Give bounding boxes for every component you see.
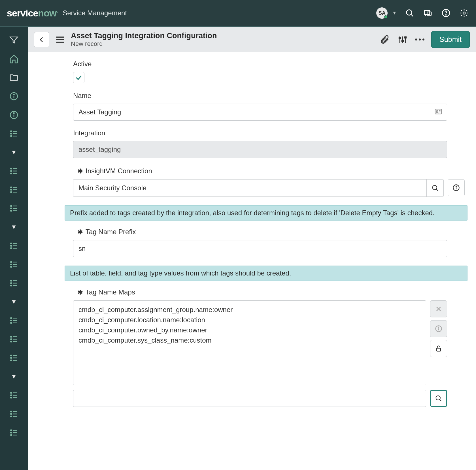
- svg-point-73: [10, 392, 11, 393]
- rail-list10-icon[interactable]: [7, 351, 21, 365]
- rail-home-icon[interactable]: [7, 52, 21, 66]
- svg-point-6: [463, 12, 465, 14]
- rail-list3-icon[interactable]: [7, 182, 21, 197]
- personalize-icon[interactable]: [397, 34, 408, 45]
- form-header: Asset Tagging Integration Configuration …: [28, 27, 476, 52]
- rail-list13-icon[interactable]: [7, 425, 21, 440]
- integration-label: Integration: [73, 129, 447, 137]
- maps-textarea[interactable]: [73, 300, 426, 385]
- svg-point-41: [10, 248, 11, 249]
- svg-point-113: [438, 327, 439, 328]
- back-button[interactable]: [34, 32, 49, 47]
- svg-point-17: [10, 136, 11, 136]
- required-star-icon: [78, 166, 83, 175]
- help-icon[interactable]: [441, 8, 451, 18]
- svg-point-19: [10, 168, 11, 169]
- svg-point-71: [10, 360, 11, 361]
- svg-rect-114: [437, 348, 441, 351]
- maps-info-button[interactable]: [430, 320, 447, 337]
- rail-list5-icon[interactable]: [7, 238, 21, 253]
- attachments-icon[interactable]: [379, 34, 390, 45]
- svg-point-57: [10, 320, 11, 321]
- top-nav: servicenow. Service Management SA ▼: [0, 0, 476, 27]
- content-area: Asset Tagging Integration Configuration …: [28, 27, 476, 470]
- name-label: Name: [73, 92, 447, 100]
- svg-rect-98: [402, 40, 403, 41]
- context-menu-icon[interactable]: [54, 34, 66, 45]
- rail-list7-icon[interactable]: [7, 276, 21, 290]
- rail-caret2-icon[interactable]: ▼: [7, 220, 21, 234]
- rail-filter-icon[interactable]: [7, 33, 21, 48]
- svg-point-43: [10, 262, 11, 262]
- svg-point-31: [10, 206, 11, 206]
- svg-point-59: [10, 322, 11, 323]
- maps-info-strip: List of table, field, and tag type value…: [65, 266, 468, 281]
- svg-point-51: [10, 283, 11, 283]
- svg-point-15: [10, 133, 11, 134]
- svg-point-65: [10, 341, 11, 342]
- chat-icon[interactable]: [423, 8, 433, 18]
- rail-caret3-icon[interactable]: ▼: [7, 294, 21, 309]
- rail-caret4-icon[interactable]: ▼: [7, 369, 21, 384]
- svg-point-85: [10, 430, 11, 431]
- user-menu-caret[interactable]: ▼: [392, 10, 397, 16]
- rail-list11-icon[interactable]: [7, 388, 21, 403]
- svg-point-21: [10, 170, 11, 171]
- svg-point-81: [10, 413, 11, 414]
- rail-list2-icon[interactable]: [7, 164, 21, 178]
- more-actions-icon[interactable]: [415, 39, 424, 40]
- svg-point-29: [10, 192, 11, 193]
- search-icon[interactable]: [405, 8, 415, 18]
- maps-lock-button[interactable]: [430, 340, 447, 357]
- user-avatar[interactable]: SA: [376, 7, 388, 19]
- brand-logo: servicenow.: [7, 8, 58, 19]
- rail-list12-icon[interactable]: [7, 407, 21, 421]
- svg-point-55: [10, 318, 11, 319]
- maps-search-input[interactable]: [73, 390, 426, 407]
- rail-info2-icon[interactable]: [7, 108, 21, 122]
- svg-point-23: [10, 173, 11, 174]
- maps-label: Tag Name Maps: [86, 288, 135, 296]
- name-input[interactable]: [73, 104, 447, 121]
- prefix-label: Tag Name Prefix: [86, 228, 136, 236]
- submit-button[interactable]: Submit: [431, 31, 470, 48]
- svg-line-105: [436, 189, 438, 191]
- required-star-icon: [78, 227, 83, 236]
- svg-point-61: [10, 336, 11, 337]
- prefix-input[interactable]: [73, 240, 447, 257]
- logo-left: service: [7, 8, 38, 18]
- active-checkbox[interactable]: [73, 72, 84, 83]
- svg-point-69: [10, 357, 11, 358]
- svg-line-1: [411, 14, 413, 16]
- maps-clear-button[interactable]: [430, 300, 447, 317]
- svg-line-116: [440, 400, 441, 401]
- rail-list6-icon[interactable]: [7, 257, 21, 272]
- svg-point-25: [10, 187, 11, 188]
- svg-point-33: [10, 208, 11, 209]
- connection-lookup-button[interactable]: [426, 180, 443, 196]
- svg-point-9: [14, 94, 14, 95]
- rail-list8-icon[interactable]: [7, 313, 21, 328]
- rail-caret1-icon[interactable]: ▼: [7, 145, 21, 160]
- svg-point-12: [14, 113, 14, 114]
- maps-search-button[interactable]: [430, 390, 447, 407]
- svg-point-115: [436, 396, 440, 400]
- rail-folder-icon[interactable]: [7, 70, 21, 85]
- connection-info-button[interactable]: [448, 179, 465, 196]
- connection-input[interactable]: [73, 180, 426, 196]
- svg-point-87: [10, 432, 11, 433]
- active-label: Active: [73, 60, 447, 68]
- svg-point-83: [10, 416, 11, 417]
- app-subtitle: Service Management: [63, 9, 127, 17]
- rail-list1-icon[interactable]: [7, 126, 21, 141]
- settings-icon[interactable]: [459, 8, 469, 18]
- svg-point-104: [432, 185, 437, 190]
- svg-point-53: [10, 285, 11, 286]
- left-rail: ▼ ▼ ▼ ▼: [0, 27, 28, 470]
- svg-point-77: [10, 397, 11, 398]
- svg-point-27: [10, 189, 11, 190]
- rail-info1-icon[interactable]: [7, 89, 21, 104]
- rail-list4-icon[interactable]: [7, 201, 21, 216]
- rail-list9-icon[interactable]: [7, 332, 21, 347]
- svg-point-47: [10, 266, 11, 267]
